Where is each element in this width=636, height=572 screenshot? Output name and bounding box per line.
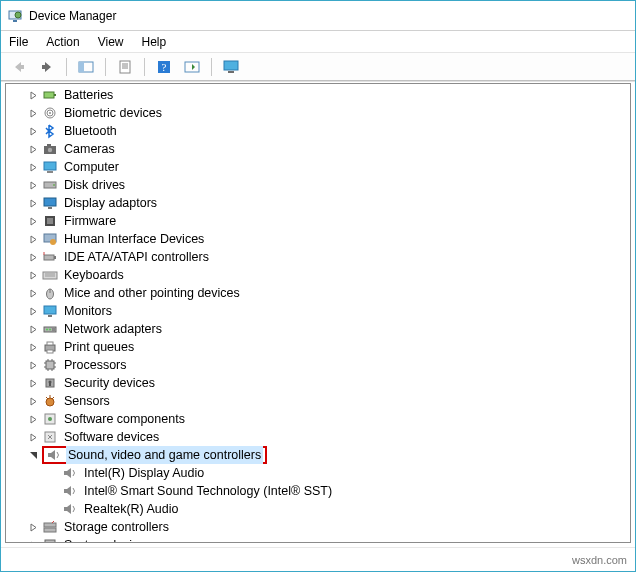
menu-view[interactable]: View: [98, 35, 124, 49]
tree-item[interactable]: Security devices: [6, 374, 630, 392]
footer: wsxdn.com: [1, 547, 635, 571]
tree-item[interactable]: Bluetooth: [6, 122, 630, 140]
storage-icon: [42, 519, 58, 535]
expand-icon[interactable]: [26, 160, 40, 174]
expand-icon[interactable]: [26, 340, 40, 354]
expand-icon[interactable]: [26, 286, 40, 300]
expand-icon[interactable]: [26, 430, 40, 444]
sensor-icon: [42, 393, 58, 409]
svg-rect-40: [48, 315, 52, 317]
expand-icon[interactable]: [26, 214, 40, 228]
window-title: Device Manager: [29, 9, 116, 23]
tree-item-label: Batteries: [62, 86, 115, 104]
tree-item[interactable]: Display adaptors: [6, 194, 630, 212]
titlebar[interactable]: Device Manager: [1, 1, 635, 31]
tree-item[interactable]: Processors: [6, 356, 630, 374]
svg-rect-69: [44, 528, 56, 532]
tree-item[interactable]: Software devices: [6, 428, 630, 446]
tree-item-label: Sound, video and game controllers: [66, 446, 263, 464]
scan-hardware-button[interactable]: [180, 56, 204, 78]
tree-item-label: Firmware: [62, 212, 118, 230]
tree-item[interactable]: Biometric devices: [6, 104, 630, 122]
expand-icon[interactable]: [26, 304, 40, 318]
tree-item[interactable]: Intel® Smart Sound Technology (Intel® SS…: [6, 482, 630, 500]
expand-icon[interactable]: [26, 142, 40, 156]
svg-point-43: [49, 329, 51, 331]
expand-icon[interactable]: [26, 232, 40, 246]
svg-rect-66: [64, 489, 67, 493]
tree-item[interactable]: Network adapters: [6, 320, 630, 338]
tree-item[interactable]: IDE ATA/ATAPI controllers: [6, 248, 630, 266]
sound-icon: [62, 465, 78, 481]
svg-rect-33: [54, 256, 56, 259]
expand-icon[interactable]: [26, 376, 40, 390]
expand-icon[interactable]: [26, 196, 40, 210]
expand-icon[interactable]: [26, 538, 40, 543]
device-tree[interactable]: BatteriesBiometric devicesBluetoothCamer…: [6, 84, 630, 543]
menu-action[interactable]: Action: [46, 35, 79, 49]
tree-item[interactable]: Disk drives: [6, 176, 630, 194]
menu-file[interactable]: File: [9, 35, 28, 49]
expand-icon[interactable]: [26, 106, 40, 120]
tree-item[interactable]: System devices: [6, 536, 630, 543]
svg-point-2: [15, 12, 21, 18]
tree-item-label: Software devices: [62, 428, 161, 446]
computer-icon: [42, 159, 58, 175]
tree-item-label: Intel(R) Display Audio: [82, 464, 206, 482]
forward-button[interactable]: [35, 56, 59, 78]
expand-icon[interactable]: [26, 412, 40, 426]
expand-icon[interactable]: [26, 88, 40, 102]
tree-item[interactable]: Print queues: [6, 338, 630, 356]
tree-item-label: Sensors: [62, 392, 112, 410]
show-hide-console-button[interactable]: [74, 56, 98, 78]
properties-button[interactable]: [113, 56, 137, 78]
tree-item[interactable]: Mice and other pointing devices: [6, 284, 630, 302]
back-button[interactable]: [7, 56, 31, 78]
tree-item[interactable]: Sound, video and game controllers: [6, 446, 630, 464]
expand-icon[interactable]: [26, 268, 40, 282]
tree-item[interactable]: Monitors: [6, 302, 630, 320]
expand-icon[interactable]: [26, 250, 40, 264]
tree-item-label: Storage controllers: [62, 518, 171, 536]
svg-rect-46: [47, 342, 53, 345]
svg-rect-32: [44, 255, 54, 260]
expand-icon[interactable]: [26, 178, 40, 192]
tree-item[interactable]: Sensors: [6, 392, 630, 410]
tree-item-label: Mice and other pointing devices: [62, 284, 242, 302]
svg-point-25: [53, 184, 55, 186]
expand-icon[interactable]: [26, 358, 40, 372]
toolbar-separator: [105, 58, 106, 76]
expand-icon[interactable]: [26, 322, 40, 336]
tree-item[interactable]: Keyboards: [6, 266, 630, 284]
tree-item[interactable]: Realtek(R) Audio: [6, 500, 630, 518]
tree-item[interactable]: Human Interface Devices: [6, 230, 630, 248]
monitor-button[interactable]: [219, 56, 243, 78]
svg-point-62: [48, 417, 52, 421]
help-button[interactable]: ?: [152, 56, 176, 78]
tree-item[interactable]: Firmware: [6, 212, 630, 230]
fingerprint-icon: [42, 105, 58, 121]
svg-rect-21: [47, 144, 51, 146]
menu-help[interactable]: Help: [142, 35, 167, 49]
svg-rect-13: [228, 71, 234, 73]
svg-rect-5: [120, 61, 130, 73]
svg-point-42: [46, 329, 48, 331]
security-icon: [42, 375, 58, 391]
expand-icon[interactable]: [26, 520, 40, 534]
hid-icon: [42, 231, 58, 247]
tree-item[interactable]: Intel(R) Display Audio: [6, 464, 630, 482]
tree-item[interactable]: Software components: [6, 410, 630, 428]
tree-item[interactable]: Computer: [6, 158, 630, 176]
disk-icon: [42, 177, 58, 193]
tree-item-label: Print queues: [62, 338, 136, 356]
expand-icon[interactable]: [26, 394, 40, 408]
cpu-icon: [42, 357, 58, 373]
expand-icon[interactable]: [26, 124, 40, 138]
tree-item-label: Cameras: [62, 140, 117, 158]
collapse-icon[interactable]: [26, 448, 40, 462]
tree-item[interactable]: Batteries: [6, 86, 630, 104]
svg-rect-48: [46, 361, 54, 369]
device-tree-panel[interactable]: BatteriesBiometric devicesBluetoothCamer…: [5, 83, 631, 543]
tree-item[interactable]: Storage controllers: [6, 518, 630, 536]
tree-item[interactable]: Cameras: [6, 140, 630, 158]
